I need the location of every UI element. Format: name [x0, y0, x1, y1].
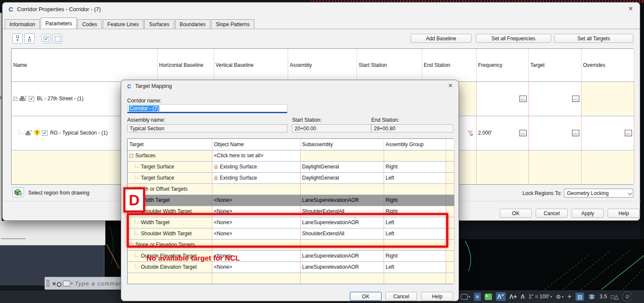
col-vertical-baseline[interactable]: Vertical Baseline	[214, 49, 288, 81]
titlebar[interactable]: C Target Mapping	[121, 80, 459, 92]
subassembly[interactable]: DaylightGeneral	[300, 161, 384, 172]
assembly-group[interactable]: Left	[384, 172, 446, 183]
assembly-group[interactable]: Right	[384, 161, 446, 172]
collapse-all-button[interactable]: ▾	[12, 33, 23, 44]
selection-cycling-icon[interactable]: ≡	[474, 293, 481, 301]
station-picker-icon[interactable]: +o+	[468, 130, 474, 136]
annotation-visibility-icon[interactable]: Λ°	[496, 292, 506, 301]
col-start-station[interactable]: Start Station	[357, 49, 422, 81]
caret-icon[interactable]: ▾	[562, 295, 564, 299]
caret-icon[interactable]: ▾	[71, 282, 73, 285]
col-subassembly[interactable]: Subassembly	[300, 139, 384, 150]
lock-regions-dropdown[interactable]: Geometry Locking	[564, 189, 633, 198]
tree-collapse-icon[interactable]: -	[13, 97, 17, 101]
target-row[interactable]: Target Surface ⌂Existing Surface Dayligh…	[128, 172, 454, 183]
isolate-objects-icon[interactable]: ▤	[575, 293, 584, 301]
annotation-autoadd-icon[interactable]: Λ+	[510, 293, 517, 300]
target-ellipsis-button[interactable]: …	[572, 130, 579, 136]
layers-icon[interactable]	[588, 294, 596, 300]
subassembly[interactable]: DaylightGeneral	[300, 172, 384, 183]
checked-checkbox-icon[interactable]: ✓	[42, 130, 48, 136]
col-horizontal-baseline[interactable]: Horizontal Baseline	[157, 49, 214, 81]
titlebar[interactable]: C Corridor Properties - Corridor - (7)	[3, 3, 640, 15]
assembly-group[interactable]: Left	[384, 261, 446, 273]
set-all-cell[interactable]: <Click here to set all>	[212, 150, 300, 161]
col-name[interactable]: Name	[12, 49, 157, 81]
tab-information[interactable]: Information	[5, 19, 40, 29]
set-all-frequencies-button[interactable]: Set all Frequencies	[476, 34, 551, 43]
tab-feature-lines[interactable]: Feature Lines	[103, 19, 143, 29]
checked-checkbox-icon[interactable]: ✓	[29, 96, 34, 102]
col-end-station[interactable]: End Station	[422, 49, 476, 81]
close-icon[interactable]: ×	[628, 4, 633, 13]
col-assembly[interactable]: Assembly	[288, 49, 357, 81]
tab-codes[interactable]: Codes	[78, 19, 102, 29]
overrides-ellipsis-button[interactable]: …	[625, 130, 632, 136]
help-button[interactable]: Help	[608, 209, 640, 218]
tab-surfaces[interactable]: Surfaces	[144, 19, 174, 29]
graphics-performance-icon[interactable]: ⊘	[622, 291, 632, 302]
workspace-gear-icon[interactable]: ⚙▾	[556, 294, 564, 300]
wrench-icon[interactable]	[59, 283, 60, 284]
target-ellipsis-button[interactable]: …	[572, 96, 579, 102]
col-frequency[interactable]: Frequency	[476, 49, 528, 81]
level-of-detail-value[interactable]: 3.5	[599, 294, 607, 300]
annotation-scale-value[interactable]: 1" = 100'▾	[528, 294, 552, 300]
crosshair-icon[interactable]: +	[567, 292, 572, 301]
assembly-group[interactable]: Right	[384, 250, 446, 261]
apply-button[interactable]: Apply	[572, 209, 604, 218]
tab-slope-patterns[interactable]: Slope Patterns	[211, 19, 254, 29]
select-region-button[interactable]	[12, 187, 24, 197]
object-snap-icon[interactable]: □△	[611, 294, 619, 300]
drawing-canvas	[459, 239, 644, 290]
assembly-name-field[interactable]: Typical Section	[127, 124, 287, 132]
frequency-ellipsis-button[interactable]: …	[519, 96, 527, 102]
caret-icon[interactable]: ▾	[550, 295, 552, 299]
close-icon[interactable]: ×	[52, 280, 56, 287]
subassembly[interactable]: LaneSuperelevationAOR	[300, 195, 384, 206]
target-row-selected[interactable]: Width Target <None> LaneSuperelevationAO…	[128, 195, 454, 206]
command-input[interactable]: Type a command	[75, 280, 121, 287]
tree-collapse-icon[interactable]: -	[129, 154, 133, 158]
ok-button[interactable]: OK	[350, 292, 382, 301]
col-object-name[interactable]: Object Name	[212, 139, 300, 150]
cell-frequency[interactable]: 2.000'	[478, 130, 492, 136]
command-line[interactable]: × ▾ Type a command	[45, 277, 121, 290]
annotation-scale-icon[interactable]: Λ	[521, 293, 525, 300]
tree-branch-icon	[135, 175, 139, 179]
group-row-width-offset[interactable]: -Width or Offset Targets	[128, 183, 454, 195]
corridor-name-input[interactable]: Corridor - (7)	[127, 104, 287, 113]
tab-parameters[interactable]: Parameters	[41, 18, 77, 29]
subassembly[interactable]: LaneSuperelevationAOR	[300, 250, 384, 261]
cancel-button[interactable]: Cancel	[536, 209, 568, 218]
selection-window-icon[interactable]: ▾	[461, 294, 470, 300]
target-row[interactable]: Target Surface ⌂Existing Surface Dayligh…	[128, 161, 454, 172]
check-all-button[interactable]: ✓	[42, 34, 51, 43]
group-row-surfaces[interactable]: -Surfaces <Click here to set all>	[128, 150, 454, 161]
set-all-targets-button[interactable]: Set all Targets	[554, 34, 633, 43]
end-station-field[interactable]: 29+00.80	[371, 124, 453, 132]
col-assembly-group[interactable]: Assembly Group	[384, 139, 446, 150]
col-overrides[interactable]: Overrides	[581, 49, 634, 81]
assembly-group[interactable]: Right	[384, 195, 446, 206]
help-button[interactable]: Help	[421, 292, 453, 301]
start-station-field[interactable]: 20+00.00	[292, 124, 371, 132]
frequency-ellipsis-button[interactable]: …	[519, 130, 527, 136]
tab-boundaries[interactable]: Boundaries	[175, 19, 211, 29]
add-selected-icon[interactable]: +	[485, 294, 492, 300]
subassembly[interactable]: LaneSuperelevationAOR	[300, 261, 384, 273]
drag-handle-icon[interactable]	[47, 280, 48, 287]
add-baseline-button[interactable]: Add Baseline	[411, 34, 471, 43]
uncheck-all-button[interactable]	[53, 34, 62, 43]
target-row[interactable]: Outside Elevation Target <None> LaneSupe…	[128, 261, 454, 273]
close-icon[interactable]: ×	[448, 81, 453, 90]
expand-all-button[interactable]: ▴	[24, 33, 35, 44]
ok-button[interactable]: OK	[500, 209, 532, 218]
object-name[interactable]: <None>	[212, 261, 300, 273]
cancel-button[interactable]: Cancel	[385, 292, 417, 301]
col-target[interactable]: Target	[128, 139, 212, 150]
tree-branch-icon	[19, 130, 23, 134]
object-name[interactable]: <None>	[212, 195, 300, 206]
caret-icon[interactable]: ▾	[468, 295, 470, 299]
col-target[interactable]: Target	[528, 49, 581, 81]
